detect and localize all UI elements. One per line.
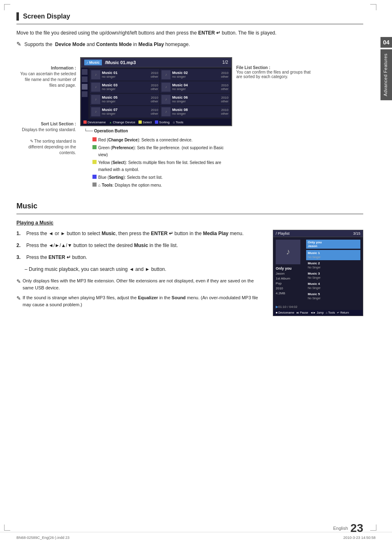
now-playing-artist: Jason — [276, 271, 304, 276]
year-7: 2010other — [151, 108, 158, 116]
tools-label: Tools — [176, 120, 184, 124]
song-1-name: Music 1 — [308, 251, 359, 255]
corner-mark-tr — [370, 4, 376, 10]
operation-button-label: └── Operation Button — [84, 129, 232, 133]
step-1: 1. Press the ◄ or ► button to select Mus… — [16, 230, 265, 238]
music-item-2: ♪ Music 02 no singer 2010other — [160, 69, 230, 81]
op-red-icon — [92, 137, 97, 141]
music-section: Music Playing a Music 1. Press the ◄ or … — [16, 202, 363, 316]
yellow-btn — [138, 120, 142, 124]
music-item-5: ♪ Music 05 no singer 2010other — [90, 94, 159, 105]
change-device-label: Change Device — [113, 120, 135, 124]
player-footer-jump: ◄► Jump — [310, 311, 324, 314]
panel-btn-4 — [82, 91, 88, 97]
sorting-label: Sorting — [159, 120, 169, 124]
player-footer-devicename: ■ Devicename — [276, 311, 294, 314]
music-ui: ♪ Music /Music 01.mp3 1/2 ♪ — [80, 57, 232, 126]
info-3: Music 03 no singer — [102, 83, 149, 91]
playlist-item-4: Music 4 No Singer — [306, 281, 360, 291]
music-section-body: 1. Press the ◄ or ► button to select Mus… — [16, 230, 363, 316]
music-item-3: ♪ Music 03 no singer 2010other — [90, 81, 159, 93]
op-green-icon — [92, 145, 97, 149]
operation-button-section: └── Operation Button Red (Change Device)… — [80, 129, 232, 189]
thumb-8: ♪ — [161, 107, 171, 116]
step-3-num: 3. — [16, 254, 23, 261]
sub-note-text: – During music playback, you can search … — [25, 266, 265, 273]
player-left: ♪ Only you Jason 1st Album Pop 2010 4.2M… — [276, 240, 304, 301]
chapter-number: 04 — [380, 37, 392, 48]
music-item-7: ♪ Music 07 no singer 2010other — [90, 106, 159, 118]
corner-mark-br — [370, 525, 376, 531]
footer-btn-select: Select — [138, 120, 152, 124]
song-3-name: Music 3 — [308, 271, 359, 276]
year-label: 2010 — [276, 286, 304, 291]
playlist-item-2: Music 2 No Singer — [306, 260, 360, 270]
thumb-1: ♪ — [91, 70, 100, 79]
year-4: 2010other — [221, 83, 228, 91]
info-1: Music 01 no singer — [102, 71, 149, 79]
op-tools-icon — [92, 183, 97, 187]
thumb-4: ♪ — [161, 83, 171, 92]
diagram-right-labels: File List Section : You can confirm the … — [232, 57, 314, 189]
op-blue: Blue (Sorting): Selects the sort list. — [92, 174, 232, 181]
step-2: 2. Press the ◄/►/▲/▼ button to select th… — [16, 242, 265, 250]
music-ui-header: ♪ Music /Music 01.mp3 1/2 — [81, 58, 231, 67]
player-header: / Playlist 3/15 — [273, 230, 363, 237]
playlist-now-playing-header: Only youJason — [306, 240, 360, 249]
red-btn — [83, 120, 87, 124]
player-progress: ▶ 01:10 / 04:02 — [273, 304, 363, 310]
note-1: ✎ Only displays files with the MP3 file … — [16, 277, 265, 291]
diagram-area: Information : You can ascertain the sele… — [16, 57, 363, 189]
filesize-label: 4.2MB — [276, 291, 304, 296]
info-2: Music 02 no singer — [172, 71, 219, 79]
year-6: 2010other — [221, 96, 228, 103]
music-item-4: ♪ Music 04 no singer 2010other — [160, 81, 230, 93]
genre-label: Pop — [276, 281, 304, 286]
blue-btn — [155, 120, 158, 124]
now-playing-title: Only you — [276, 266, 304, 272]
op-yellow-text: Yellow (Select): Selects multiple files … — [98, 159, 232, 173]
step-3-text: Press the ENTER ↵ button. — [26, 254, 265, 261]
music-header-title: /Music 01.mp3 — [105, 60, 219, 65]
song-1-singer: No Singer — [308, 255, 359, 259]
song-5-singer: No Singer — [308, 296, 359, 300]
year-2: 2010other — [221, 71, 228, 79]
song-3-singer: No Singer — [308, 276, 359, 280]
step-2-num: 2. — [16, 242, 23, 250]
op-yellow-icon — [92, 160, 97, 164]
left-panel — [81, 67, 88, 119]
sub-note: – During music playback, you can search … — [25, 266, 265, 273]
page-number: 23 — [350, 522, 363, 535]
footer-btn-tools: ⌂ Tools — [173, 120, 184, 124]
player-footer: ■ Devicename ⏯ Pause ◄► Jump ⌂ Tools ↵ R… — [273, 310, 363, 316]
screen-display-section-header: Screen Display — [16, 12, 363, 24]
playlist-label: / Playlist — [276, 231, 290, 236]
diagram-left-labels: Information : You can ascertain the sele… — [16, 57, 80, 189]
playing-music-title: Playing a Music — [16, 220, 363, 226]
year-5: 2010other — [151, 96, 158, 103]
song-4-name: Music 4 — [308, 282, 359, 286]
page-number-box: English 23 — [333, 522, 363, 535]
panel-btn-3 — [82, 84, 88, 90]
music-ui-footer: Devicename ▲ Change Device Select Sortin… — [81, 119, 231, 125]
music-item-8: ♪ Music 08 no singer 2010other — [160, 106, 230, 118]
song-2-name: Music 2 — [308, 261, 359, 266]
album-label: 1st Album — [276, 276, 304, 281]
music-page: 1/2 — [222, 60, 228, 65]
op-blue-text: Blue (Sorting): Selects the sort list. — [98, 174, 163, 181]
player-ui: / Playlist 3/15 ♪ Only you Jason 1st Alb… — [273, 230, 363, 316]
intro-text: Move to the file you desired using the u… — [16, 29, 363, 37]
english-label: English — [333, 526, 348, 531]
operation-notes: Red (Change Device): Selects a connected… — [84, 136, 232, 189]
footer-btn-change: ▲ Change Device — [109, 120, 135, 124]
note-pencil-2-icon: ✎ — [16, 294, 21, 303]
player-art: ♪ — [276, 240, 300, 264]
op-blue-icon — [92, 175, 97, 179]
thumb-7: ♪ — [91, 107, 100, 116]
op-green: Green (Preference): Sets the file prefer… — [92, 144, 232, 158]
note-1-text: Only displays files with the MP3 file ex… — [23, 277, 265, 291]
music-grid: ♪ Music 01 no singer 2010other ♪ Music 0… — [88, 67, 231, 119]
info-7: Music 07 no singer — [102, 108, 149, 116]
op-green-text: Green (Preference): Sets the file prefer… — [98, 144, 232, 158]
op-yellow: Yellow (Select): Selects multiple files … — [92, 159, 232, 173]
